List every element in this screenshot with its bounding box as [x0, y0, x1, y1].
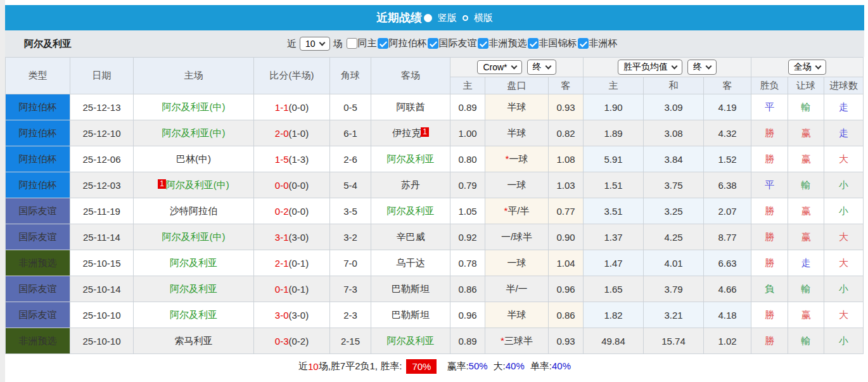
- match-row: 国际友谊25-10-10阿尔及利亚3-0(3-0)2-3巴勒斯坦0.96半球0.…: [6, 302, 864, 328]
- away-team-name: 阿联酋: [397, 101, 425, 112]
- chevron-down-icon: [545, 63, 551, 69]
- odds-text: 8.77: [718, 232, 736, 243]
- corner-score: 7-0: [330, 250, 371, 276]
- odds-text: 0.78: [458, 258, 476, 269]
- result-text: 平: [765, 179, 774, 190]
- checkbox-unchecked-icon[interactable]: [347, 38, 357, 49]
- league-name: 国际友谊: [19, 283, 57, 294]
- recent-results-panel: 近期战绩 竖版 横版 阿尔及利亚 近 10 场 同主阿拉伯杯国际友谊非洲预选非国…: [5, 5, 864, 379]
- odds-text: 1.51: [604, 180, 622, 191]
- away-team: 巴勒斯坦: [371, 302, 450, 328]
- crow-home-odds: 0.86: [450, 276, 485, 302]
- half-time-score: (3-0): [289, 310, 309, 321]
- avg-win-odds: 1.65: [584, 276, 644, 302]
- radio-vertical-label[interactable]: 竖版: [438, 12, 457, 24]
- home-team-name: 阿尔及利亚(中): [162, 127, 226, 138]
- away-team: 巴勒斯坦: [371, 276, 450, 302]
- full-time-score: 1-5: [275, 154, 289, 165]
- result-wdl: 勝: [751, 120, 788, 146]
- checkbox-checked-icon[interactable]: [528, 38, 539, 49]
- handicap: 一/球半: [485, 224, 549, 250]
- away-team: 阿尔及利亚: [371, 328, 450, 354]
- odds-text: 49.84: [601, 336, 625, 347]
- odds-time-select-1[interactable]: 终: [527, 60, 556, 75]
- crow-away-odds: 0.82: [549, 120, 584, 146]
- summary-bar: 近10场,胜7平2负1, 胜率: 70% 赢率:50%大:40%单率:40%: [5, 354, 864, 379]
- rate-item: 单率:40%: [530, 360, 571, 371]
- rate-item: 赢率:50%: [447, 360, 487, 371]
- home-team: 沙特阿拉伯: [134, 198, 254, 224]
- odds-text: 3.09: [664, 102, 682, 113]
- summary-rates: 赢率:50%大:40%单率:40%: [441, 360, 571, 372]
- radio-vertical-selected[interactable]: [424, 14, 432, 22]
- odds-text: 0.89: [458, 336, 476, 347]
- result-text: 平: [765, 101, 774, 112]
- avg-draw-odds: 15.74: [644, 328, 704, 354]
- radio-horizontal[interactable]: [463, 15, 468, 21]
- corner-score: 5-4: [330, 172, 371, 198]
- result-handicap: 赢: [788, 302, 824, 328]
- filter-checkbox-item[interactable]: 国际友谊: [427, 37, 477, 49]
- filter-checkbox-item[interactable]: 非洲预选: [477, 37, 527, 49]
- corner-score: 2-6: [330, 146, 371, 172]
- filter-checkbox-label: 同主: [358, 37, 377, 49]
- handicap-text: 半/一: [506, 283, 527, 294]
- handicap: 半球: [485, 94, 549, 120]
- home-team: 阿尔及利亚: [134, 250, 254, 276]
- rate-value: 40%: [552, 360, 571, 371]
- result-text: 勝: [765, 205, 774, 216]
- scope-select[interactable]: 全场: [788, 60, 826, 75]
- filter-bar: 阿尔及利亚 近 10 场 同主阿拉伯杯国际友谊非洲预选非国锦标非洲杯: [5, 30, 864, 57]
- checkbox-checked-icon[interactable]: [478, 38, 488, 49]
- date-text: 25-10-10: [82, 336, 120, 347]
- home-team: 阿尔及利亚: [134, 302, 254, 328]
- corners-text: 7-3: [343, 284, 357, 295]
- avg-lose-odds: 1.02: [704, 328, 751, 354]
- result-text: 大: [839, 231, 848, 242]
- checkbox-checked-icon[interactable]: [578, 38, 589, 49]
- home-team: 阿尔及利亚: [134, 276, 254, 302]
- odds-text: 3.25: [664, 206, 682, 217]
- away-team-name: 辛巴威: [397, 231, 425, 242]
- odds-text: 4.32: [718, 128, 736, 139]
- checkbox-checked-icon[interactable]: [428, 38, 438, 49]
- filter-checkbox-item[interactable]: 非国锦标: [527, 37, 577, 49]
- filter-checkbox-item[interactable]: 非洲杯: [577, 37, 618, 49]
- odds-text: 1.04: [556, 258, 575, 269]
- score-cell: 3-1(3-0): [254, 224, 330, 250]
- avg-draw-odds: 4.01: [644, 250, 704, 276]
- col-header-type: 类型: [6, 58, 70, 94]
- match-date: 25-10-14: [70, 276, 134, 302]
- checkbox-checked-icon[interactable]: [378, 38, 388, 49]
- home-team: 1阿尔及利亚(中): [134, 172, 254, 198]
- odds-text: 3.51: [604, 206, 622, 217]
- chevron-down-icon: [511, 63, 517, 69]
- filter-checkbox-item[interactable]: 同主: [346, 37, 377, 49]
- near-count-select[interactable]: 10: [300, 37, 330, 51]
- match-date: 25-12-13: [70, 94, 134, 120]
- avg-odds-select[interactable]: 胜平负均值: [618, 60, 682, 75]
- away-team-name: 阿尔及利亚: [387, 335, 435, 346]
- filter-checkbox-item[interactable]: 阿拉伯杯: [377, 37, 427, 49]
- odds-text: 2.07: [718, 206, 736, 217]
- match-date: 25-10-10: [70, 328, 134, 354]
- odds-text: 1.65: [604, 284, 622, 295]
- result-text: 大: [839, 257, 848, 268]
- odds-text: 0.96: [556, 284, 575, 295]
- radio-horizontal-label[interactable]: 横版: [474, 12, 493, 24]
- odds-text: 0.80: [458, 154, 476, 165]
- odds-source-select[interactable]: Crow*: [477, 60, 521, 74]
- near-label: 近: [287, 38, 297, 50]
- score-cell: 0-1(0-1): [254, 276, 330, 302]
- odds-text: 4.19: [718, 102, 736, 113]
- handicap-text: 三球半: [504, 335, 533, 346]
- col-header-date: 日期: [70, 58, 134, 94]
- odds-text: 1.52: [718, 154, 736, 165]
- odds-time-select-2[interactable]: 终: [687, 60, 717, 75]
- avg-win-odds: 5.91: [584, 146, 644, 172]
- league-badge: 阿拉伯杯: [6, 172, 70, 198]
- col-header-goals: 进球数: [824, 77, 864, 94]
- crow-away-odds: 1.03: [549, 172, 584, 198]
- avg-draw-odds: 3.79: [644, 276, 704, 302]
- page-left-gutter: [0, 0, 5, 382]
